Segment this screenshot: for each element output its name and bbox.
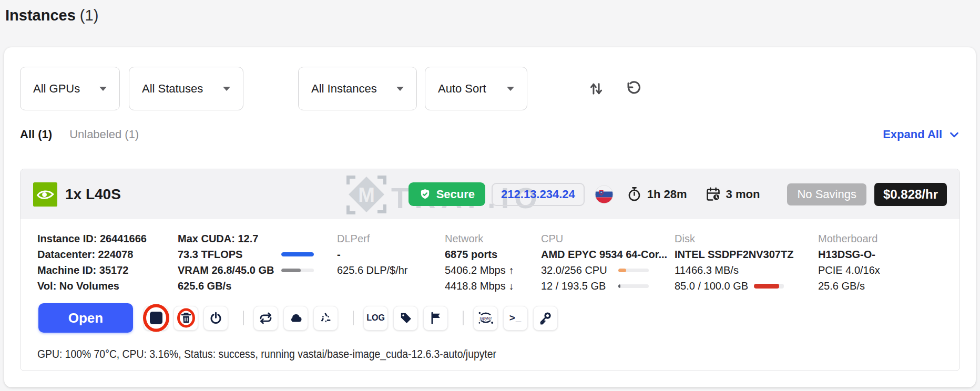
dlperf-column: DLPerf - 625.6 DLP/$/hr [337,231,445,294]
expand-all-label: Expand All [883,128,942,141]
page-title-count: (1) [80,7,98,24]
page-title: Instances (1) [5,7,98,24]
watermark-logo: M [345,173,388,216]
tflops: 73.3 TFLOPS [178,246,337,262]
dlperf-value: - [337,246,445,262]
sort-direction-button[interactable] [588,80,605,97]
tag-icon [399,311,413,325]
motherboard-pcie: PCIE 4.0/16x [818,262,947,278]
cpu-name: AMD EPYC 9534 64-Cor... [541,246,675,262]
vram-usage-bar [281,269,314,272]
repeat-icon [259,311,273,325]
vram: VRAM 26.8/45.0 GB [178,262,337,278]
caret-down-icon [223,87,230,91]
refresh-button[interactable] [625,80,642,98]
status-filter-label: All Statuses [142,82,203,96]
recreate-button[interactable] [253,306,278,331]
uptime-value: 1h 28m [647,188,687,201]
svg-text:M: M [358,184,375,206]
log-button[interactable]: LOG [363,306,388,331]
stop-button[interactable] [144,306,168,331]
divider [353,311,354,325]
cpu-usage-bar [618,269,649,272]
flag-icon [429,311,443,325]
refresh-icon [625,80,642,98]
ssh-key-button[interactable] [533,306,558,331]
network-header: Network [445,231,541,246]
instance-details: Instance ID: 26441666 Datacenter: 224078… [21,219,959,303]
terminal-button[interactable]: >_ [503,306,528,331]
page-title-text: Instances [5,7,76,24]
instance-card-header: M TRAF.IO 1x L40S Secure 212.13.234.24 [21,169,959,219]
chevron-down-icon [948,129,960,140]
price-badge: $0.828/hr [874,183,947,206]
no-savings-badge: No Savings [787,183,866,205]
max-cuda: Max CUDA: 12.7 [178,231,337,246]
power-icon [209,311,223,325]
divider [243,311,244,325]
rental-period-value: 3 mon [726,188,760,201]
cpu-column: CPU AMD EPYC 9534 64-Cor... 32.0/256 CPU… [541,231,675,294]
gpu-util-bar [281,252,314,256]
network-upload: 5406.2 Mbps ↑ [445,262,541,278]
motherboard-column: Motherboard H13DSG-O- PCIE 4.0/16x 25.6 … [818,231,947,294]
secure-badge[interactable]: Secure [409,182,485,206]
shield-check-icon [419,188,431,200]
label-tabs: All (1) Unlabeled (1) Expand All [20,127,960,142]
ram-usage-bar [618,284,649,288]
key-icon [538,311,553,325]
ip-address-button[interactable]: 212.13.234.24 [492,183,585,206]
instance-type-filter-label: All Instances [311,82,377,96]
expand-all-button[interactable]: Expand All [883,128,960,141]
datacenter-id: Datacenter: 224078 [37,246,178,262]
delete-button[interactable] [173,306,198,331]
slovenia-flag-icon [595,185,614,204]
instance-card: M TRAF.IO 1x L40S Secure 212.13.234.24 [20,169,960,371]
terminal-icon: >_ [509,312,522,324]
label-button[interactable] [393,306,418,331]
report-button[interactable] [423,306,448,331]
cpu-header: CPU [541,231,675,246]
machine-id: Machine ID: 35172 [37,262,178,278]
nvidia-logo-icon [33,182,57,207]
network-column: Network 6875 ports 5406.2 Mbps ↑ 4418.8 … [445,231,541,294]
disk-column: Disk INTEL SSDPF2NV307TZ 11466.3 MB/s 85… [675,231,818,294]
rental-period: 3 mon [705,186,760,202]
disk-usage: 85.0 / 100.0 GB [675,278,818,294]
stop-icon [150,312,162,324]
disk-name: INTEL SSDPF2NV307TZ [675,246,818,262]
jupyter-button[interactable]: jupyter [473,306,498,331]
recycle-button[interactable] [313,306,338,331]
recycle-icon [319,311,333,325]
gpu-name: 1x L40S [65,186,121,203]
tab-all[interactable]: All (1) [20,128,52,141]
tab-unlabeled[interactable]: Unlabeled (1) [69,128,139,141]
motherboard-header: Motherboard [818,231,947,246]
gpu-filter-dropdown[interactable]: All GPUs [20,67,120,110]
divider [463,311,464,325]
gpu-filter-label: All GPUs [33,82,80,96]
svg-text:jupyter: jupyter [479,316,492,321]
cloud-backup-button[interactable] [283,306,308,331]
instance-type-filter-dropdown[interactable]: All Instances [298,67,417,110]
uptime: 1h 28m [626,186,687,202]
filter-row: All GPUs All Statuses All Instances Auto… [20,67,960,110]
dlperf-per-dollar: 625.6 DLP/$/hr [337,262,445,278]
instance-actions: Open [21,303,959,333]
secure-label: Secure [436,188,475,201]
cpu-memory: 12 / 193.5 GB [541,278,675,294]
volumes: Vol: No Volumes [37,278,178,294]
sort-dropdown[interactable]: Auto Sort [425,67,527,110]
stopwatch-icon [626,186,642,202]
restart-button[interactable] [203,306,228,331]
network-ports: 6875 ports [445,246,541,262]
gpu-column: Max CUDA: 12.7 73.3 TFLOPS VRAM 26.8/45.… [178,231,337,294]
open-button[interactable]: Open [38,303,133,333]
sort-dropdown-label: Auto Sort [438,82,486,96]
status-filter-dropdown[interactable]: All Statuses [129,67,243,110]
disk-header: Disk [675,231,818,246]
instance-status-line: GPU: 100% 70°C, CPU: 3.16%, Status: succ… [21,333,959,371]
caret-down-icon [99,87,107,91]
caret-down-icon [396,87,404,91]
trash-icon [179,311,193,325]
